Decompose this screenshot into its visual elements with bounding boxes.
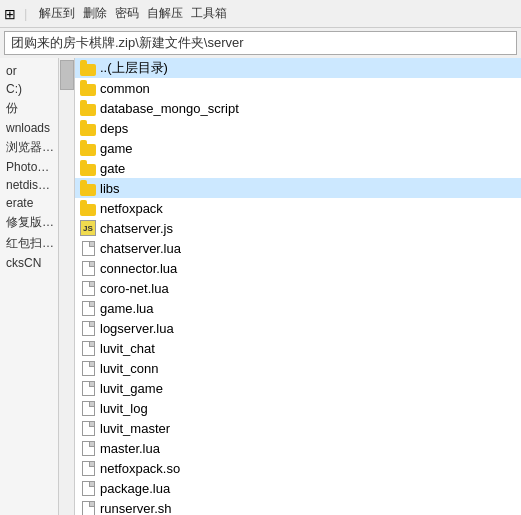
list-item[interactable]: logserver.lua (75, 318, 521, 338)
file-name: deps (100, 121, 128, 136)
list-item[interactable]: master.lua (75, 438, 521, 458)
file-name: libs (100, 181, 120, 196)
file-name: common (100, 81, 150, 96)
left-panel-item-4[interactable]: 浏览器下载 (0, 137, 58, 158)
main-container: orC:)份wnloads浏览器下载Photoshop (netdiskDown… (0, 58, 521, 515)
file-icon (79, 420, 97, 436)
list-item[interactable]: ..(上层目录) (75, 58, 521, 78)
file-name: database_mongo_script (100, 101, 239, 116)
list-item[interactable]: connector.lua (75, 258, 521, 278)
left-panel-item-3[interactable]: wnloads (0, 119, 58, 137)
file-list: ..(上层目录)commondatabase_mongo_scriptdepsg… (75, 58, 521, 515)
file-icon (79, 380, 97, 396)
file-name: netfoxpack.so (100, 461, 180, 476)
folder-icon (79, 140, 97, 156)
folder-icon (79, 160, 97, 176)
file-icon (79, 280, 97, 296)
file-icon (79, 480, 97, 496)
list-item[interactable]: luvit_conn (75, 358, 521, 378)
left-panel-item-9[interactable]: erate (0, 194, 58, 212)
file-name: luvit_chat (100, 341, 155, 356)
file-name: master.lua (100, 441, 160, 456)
left-panel: orC:)份wnloads浏览器下载Photoshop (netdiskDown… (0, 58, 75, 515)
toolbar-btn-2[interactable]: 密码 (111, 3, 143, 24)
left-panel-item-11[interactable]: 红包扫雷最新 (0, 233, 58, 254)
list-item[interactable]: game.lua (75, 298, 521, 318)
file-icon (79, 440, 97, 456)
toolbar-btn-4[interactable]: 工具箱 (187, 3, 231, 24)
file-name: game (100, 141, 133, 156)
list-item[interactable]: common (75, 78, 521, 98)
list-item[interactable]: database_mongo_script (75, 98, 521, 118)
list-item[interactable]: chatserver.lua (75, 238, 521, 258)
toolbar-separator: | (24, 6, 27, 21)
folder-icon (79, 100, 97, 116)
list-item[interactable]: netfoxpack.so (75, 458, 521, 478)
file-icon (79, 300, 97, 316)
folder-icon (79, 60, 97, 76)
file-icon (79, 240, 97, 256)
list-item[interactable]: netfoxpack (75, 198, 521, 218)
list-item[interactable]: package.lua (75, 478, 521, 498)
toolbar: ⊞ | 解压到删除密码自解压工具箱 (0, 0, 521, 28)
folder-icon (79, 80, 97, 96)
list-item[interactable]: luvit_game (75, 378, 521, 398)
file-name: logserver.lua (100, 321, 174, 336)
toolbar-btn-0[interactable]: 解压到 (35, 3, 79, 24)
file-icon (79, 460, 97, 476)
file-icon (79, 360, 97, 376)
path-bar: 团购来的房卡棋牌.zip\新建文件夹\server (4, 31, 517, 55)
list-item[interactable]: JSchatserver.js (75, 218, 521, 238)
file-name: connector.lua (100, 261, 177, 276)
file-icon (79, 260, 97, 276)
left-panel-item-6[interactable]: Photoshop ( (0, 158, 58, 176)
folder-icon (79, 180, 97, 196)
file-name: game.lua (100, 301, 153, 316)
folder-icon (79, 200, 97, 216)
list-item[interactable]: runserver.sh (75, 498, 521, 515)
file-name: luvit_conn (100, 361, 159, 376)
left-panel-item-2[interactable]: 份 (0, 98, 58, 119)
list-item[interactable]: libs (75, 178, 521, 198)
scrollbar[interactable] (58, 58, 74, 515)
file-name: luvit_log (100, 401, 148, 416)
file-name: chatserver.js (100, 221, 173, 236)
file-icon (79, 500, 97, 515)
file-name: runserver.sh (100, 501, 172, 516)
file-name: gate (100, 161, 125, 176)
toolbar-btn-3[interactable]: 自解压 (143, 3, 187, 24)
file-name: luvit_master (100, 421, 170, 436)
view-icon[interactable]: ⊞ (4, 6, 16, 22)
left-panel-item-13[interactable]: cksCN (0, 254, 58, 272)
left-panel-item-1[interactable]: C:) (0, 80, 58, 98)
list-item[interactable]: luvit_chat (75, 338, 521, 358)
left-panel-item-0[interactable]: or (0, 62, 58, 80)
list-item[interactable]: luvit_log (75, 398, 521, 418)
file-name: package.lua (100, 481, 170, 496)
file-icon (79, 400, 97, 416)
file-name: ..(上层目录) (100, 59, 168, 77)
left-panel-item-10[interactable]: 修复版] 全网 (0, 212, 58, 233)
scrollbar-thumb[interactable] (60, 60, 74, 90)
list-item[interactable]: gate (75, 158, 521, 178)
file-icon (79, 340, 97, 356)
file-name: coro-net.lua (100, 281, 169, 296)
folder-icon (79, 120, 97, 136)
list-item[interactable]: game (75, 138, 521, 158)
left-panel-item-8[interactable]: netdiskDownl (0, 176, 58, 194)
list-item[interactable]: luvit_master (75, 418, 521, 438)
toolbar-btn-1[interactable]: 删除 (79, 3, 111, 24)
list-item[interactable]: deps (75, 118, 521, 138)
path-text: 团购来的房卡棋牌.zip\新建文件夹\server (11, 34, 244, 52)
file-icon (79, 320, 97, 336)
file-name: luvit_game (100, 381, 163, 396)
file-name: chatserver.lua (100, 241, 181, 256)
list-item[interactable]: coro-net.lua (75, 278, 521, 298)
file-name: netfoxpack (100, 201, 163, 216)
js-file-icon: JS (79, 220, 97, 236)
